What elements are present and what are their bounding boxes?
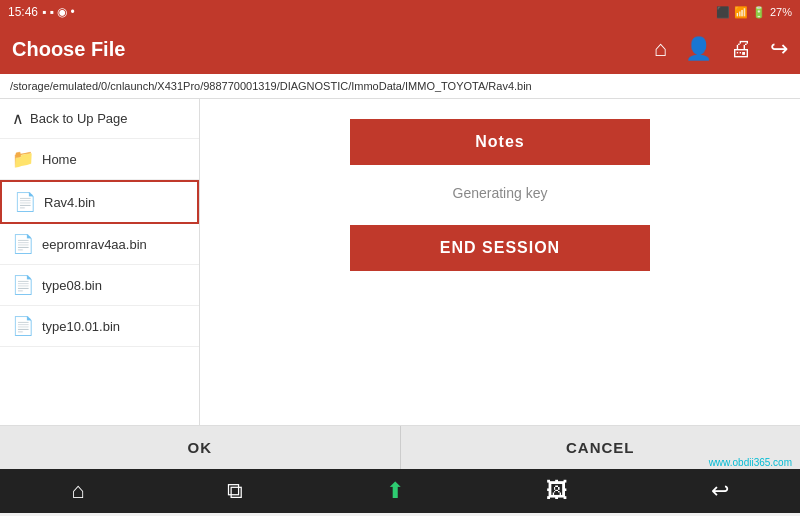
file-icon-type08: 📄 (12, 274, 34, 296)
file-icon-type10: 📄 (12, 315, 34, 337)
status-bar: 15:46 ▪ ▪ ◉ • ⬛ 📶 🔋 27% (0, 0, 800, 24)
file-list: ∧ Back to Up Page 📁 Home 📄 Rav4.bin 📄 ee… (0, 99, 200, 425)
nav-back-icon[interactable]: ↩ (711, 478, 729, 504)
file-item-home[interactable]: 📁 Home (0, 139, 199, 180)
file-item-type10[interactable]: 📄 type10.01.bin (0, 306, 199, 347)
nav-image-icon[interactable]: 🖼 (546, 478, 568, 504)
bottom-buttons: OK CANCEL (0, 425, 800, 469)
file-item-rav4-label: Rav4.bin (44, 195, 95, 210)
app-bar: Choose File ⌂ 👤 🖨 ↪ (0, 24, 800, 74)
back-to-up-label: Back to Up Page (30, 111, 128, 126)
generating-key-text: Generating key (453, 185, 548, 201)
file-item-rav4[interactable]: 📄 Rav4.bin (0, 180, 199, 224)
nav-copy-icon[interactable]: ⧉ (227, 478, 243, 504)
file-item-eeprom[interactable]: 📄 eepromrav4aa.bin (0, 224, 199, 265)
back-to-up-button[interactable]: ∧ Back to Up Page (0, 99, 199, 139)
status-icons: ▪ ▪ ◉ • (42, 5, 75, 19)
screen-icon: ⬛ (716, 6, 730, 19)
user-icon[interactable]: 👤 (685, 36, 712, 62)
file-item-type08-label: type08.bin (42, 278, 102, 293)
status-right: ⬛ 📶 🔋 27% (716, 6, 792, 19)
file-icon-eeprom: 📄 (12, 233, 34, 255)
ok-button[interactable]: OK (0, 426, 401, 469)
folder-icon: 📁 (12, 148, 34, 170)
home-icon[interactable]: ⌂ (654, 36, 667, 62)
status-time: 15:46 (8, 5, 38, 19)
nav-home-icon[interactable]: ⌂ (71, 478, 84, 504)
print-icon[interactable]: 🖨 (730, 36, 752, 62)
nav-bar: ⌂ ⧉ ⬆ 🖼 ↩ (0, 469, 800, 513)
status-left: 15:46 ▪ ▪ ◉ • (8, 5, 75, 19)
watermark: www.obdii365.com (709, 457, 792, 468)
app-bar-title: Choose File (12, 38, 125, 61)
current-path: /storage/emulated/0/cnlaunch/X431Pro/988… (10, 80, 532, 92)
file-item-home-label: Home (42, 152, 77, 167)
file-item-eeprom-label: eepromrav4aa.bin (42, 237, 147, 252)
back-arrow-icon: ∧ (12, 109, 24, 128)
file-icon-rav4: 📄 (14, 191, 36, 213)
wifi-icon: 📶 (734, 6, 748, 19)
path-bar: /storage/emulated/0/cnlaunch/X431Pro/988… (0, 74, 800, 99)
battery-icon: 🔋 (752, 6, 766, 19)
end-session-button[interactable]: END SESSION (350, 225, 650, 271)
right-panel: Notes Generating key END SESSION (200, 99, 800, 425)
nav-upload-icon[interactable]: ⬆ (386, 478, 404, 504)
notes-button[interactable]: Notes (350, 119, 650, 165)
file-item-type10-label: type10.01.bin (42, 319, 120, 334)
main-content: ∧ Back to Up Page 📁 Home 📄 Rav4.bin 📄 ee… (0, 99, 800, 425)
logout-icon[interactable]: ↪ (770, 36, 788, 62)
file-item-type08[interactable]: 📄 type08.bin (0, 265, 199, 306)
battery-percent: 27% (770, 6, 792, 18)
app-bar-icons: ⌂ 👤 🖨 ↪ (654, 36, 788, 62)
